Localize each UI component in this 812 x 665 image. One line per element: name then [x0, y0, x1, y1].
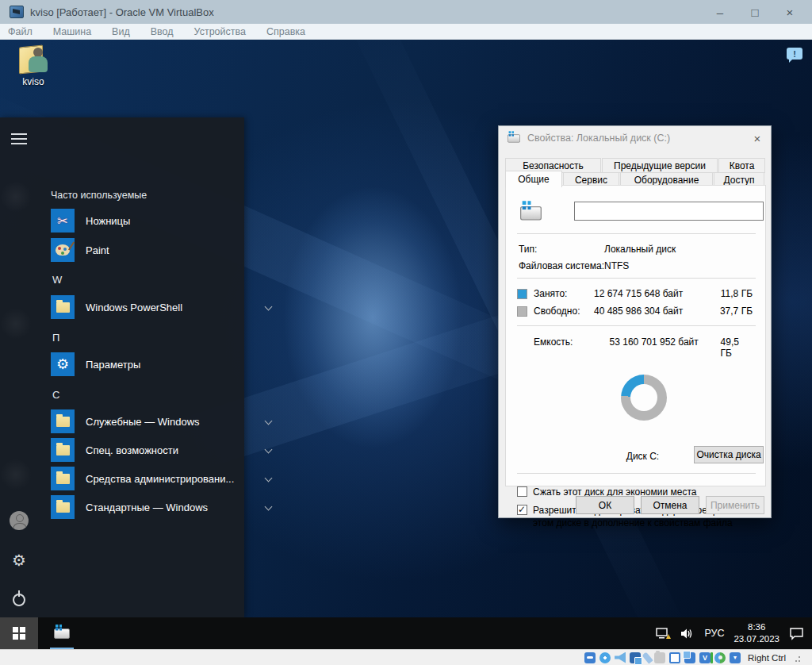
app-tile [51, 438, 75, 462]
filesystem-value: NTFS [604, 260, 629, 271]
exclamation-bubble-icon[interactable]: ! [787, 48, 802, 60]
menu-view[interactable]: Вид [112, 26, 130, 37]
disk-properties-dialog: Свойства: Локальный диск (C:) × Безопасн… [498, 125, 772, 518]
chevron-down-icon[interactable] [265, 446, 273, 454]
display-icon[interactable] [669, 652, 680, 663]
shared-folders-icon[interactable] [654, 652, 665, 663]
folder-icon [56, 417, 70, 427]
close-icon[interactable]: × [744, 127, 771, 149]
paint-palette-icon [56, 244, 70, 256]
menu-file[interactable]: Файл [8, 26, 33, 37]
menu-machine[interactable]: Машина [53, 26, 91, 37]
network-icon[interactable] [630, 652, 641, 663]
dialog-title: Свойства: Локальный диск (C:) [527, 133, 670, 144]
start-item-accessibility[interactable]: Спец. возможности [51, 438, 233, 462]
apply-button[interactable]: Применить [706, 496, 764, 514]
windows-logo-icon [13, 627, 25, 640]
start-item-settings[interactable]: Параметры [51, 352, 233, 376]
chevron-down-icon[interactable] [265, 475, 273, 482]
vbox-titlebar: kviso [Работает] - Oracle VM VirtualBox … [0, 0, 812, 24]
audio-icon[interactable] [615, 652, 626, 663]
tab-control: Безопасность Предыдущие версии Квота Общ… [505, 158, 766, 188]
features-icon[interactable] [699, 652, 710, 663]
clipboard-icon[interactable] [684, 652, 695, 663]
settings-button[interactable] [10, 551, 29, 570]
chevron-down-icon[interactable] [265, 303, 273, 311]
start-item-windows-powershell[interactable]: Windows PowerShell [51, 295, 233, 319]
close-button[interactable]: × [772, 1, 807, 23]
disk-drive-icon [520, 206, 542, 221]
chevron-down-icon[interactable] [265, 417, 273, 425]
taskbar-app-disk-properties[interactable] [46, 617, 78, 649]
taskbar: ! РУС 8:36 23.07.2023 [0, 617, 812, 649]
ok-button[interactable]: ОК [576, 496, 634, 514]
mouse-integration-icon[interactable] [714, 652, 726, 663]
minimize-button[interactable]: – [703, 1, 737, 23]
language-indicator[interactable]: РУС [704, 628, 724, 639]
menu-help[interactable]: Справка [266, 26, 305, 37]
svg-text:!: ! [668, 634, 669, 639]
app-tile [51, 352, 75, 376]
folder-icon [56, 474, 70, 484]
section-letter-s[interactable]: С [52, 389, 59, 401]
gear-icon [12, 551, 26, 570]
vbox-menubar: Файл Машина Вид Ввод Устройства Справка [0, 24, 812, 40]
action-center-bubble-icon[interactable] [789, 627, 804, 640]
scissors-icon [57, 213, 67, 229]
menu-input[interactable]: Ввод [151, 26, 174, 37]
folder-icon [56, 445, 70, 456]
checkbox[interactable] [517, 486, 527, 497]
desktop-icon-kviso[interactable]: kviso [8, 44, 59, 87]
user-account-button[interactable] [10, 511, 29, 530]
user-folder-icon [16, 44, 51, 75]
clock[interactable]: 8:36 23.07.2023 [733, 621, 779, 645]
menu-devices[interactable]: Устройства [194, 26, 246, 37]
app-tile [51, 467, 75, 490]
keyboard-icon[interactable] [730, 652, 741, 663]
start-menu: Часто используемые Ножницы Paint W Windo… [0, 117, 244, 617]
tab-quota[interactable]: Квота [718, 158, 765, 173]
cancel-button[interactable]: Отмена [641, 496, 699, 514]
speaker-icon[interactable] [680, 628, 695, 640]
free-color-swatch [517, 306, 527, 317]
app-tile [51, 495, 75, 519]
dialog-titlebar[interactable]: Свойства: Локальный диск (C:) × [499, 126, 771, 150]
free-space-row: Свободно: 40 485 986 304 байт 37,7 ГБ [517, 305, 756, 317]
optical-disc-icon[interactable] [599, 652, 611, 663]
start-button[interactable] [0, 617, 38, 649]
chevron-down-icon[interactable] [265, 503, 273, 511]
network-warning-icon[interactable]: ! [656, 627, 671, 640]
host-key-label: Right Ctrl [748, 653, 786, 663]
hamburger-menu-icon[interactable] [11, 133, 27, 144]
window-title: kviso [Работает] - Oracle VM VirtualBox [30, 6, 214, 18]
start-item-system-windows[interactable]: Служебные — Windows [51, 409, 233, 433]
checkbox[interactable] [517, 505, 527, 515]
resize-grip[interactable] [793, 653, 801, 663]
maximize-button[interactable]: □ [737, 1, 772, 23]
disk-cleanup-button[interactable]: Очистка диска [694, 446, 764, 463]
start-item-accessories-windows[interactable]: Стандартные — Windows [51, 495, 233, 519]
section-letter-p[interactable]: П [52, 332, 59, 344]
gear-icon [56, 357, 69, 371]
used-space-row: Занято: 12 674 715 648 байт 11,8 ГБ [517, 287, 756, 300]
hdd-icon[interactable] [584, 652, 596, 663]
system-tray: ! РУС 8:36 23.07.2023 [656, 621, 812, 645]
folder-icon [56, 302, 70, 313]
start-item-paint[interactable]: Paint [51, 238, 233, 262]
virtualbox-logo-icon [10, 6, 24, 18]
tab-previous-versions[interactable]: Предыдущие версии [602, 158, 718, 173]
section-letter-w[interactable]: W [52, 274, 62, 286]
app-tile [51, 238, 75, 262]
used-color-swatch [517, 289, 527, 299]
desktop[interactable]: kviso ! Часто используемые Ножницы Paint… [0, 40, 812, 617]
start-item-snipping-tool[interactable]: Ножницы [51, 209, 233, 233]
tab-general[interactable]: Общие [505, 171, 562, 187]
disk-drive-icon [54, 628, 70, 639]
date: 23.07.2023 [733, 634, 779, 644]
volume-label-input[interactable] [574, 202, 764, 221]
time: 8:36 [748, 622, 765, 632]
power-button[interactable] [10, 590, 29, 609]
usb-icon[interactable] [642, 652, 653, 663]
start-item-admin-tools[interactable]: Средства администрировани... [51, 467, 233, 490]
type-value: Локальный диск [604, 244, 676, 255]
